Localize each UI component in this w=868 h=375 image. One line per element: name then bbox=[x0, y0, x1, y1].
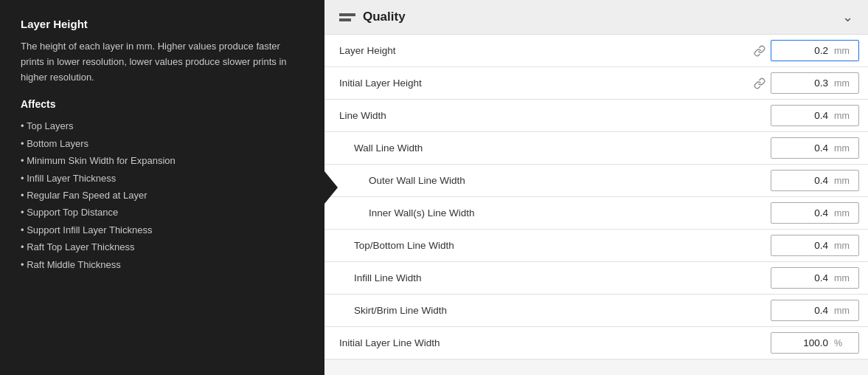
settings-row: Line Widthmm bbox=[324, 100, 868, 132]
settings-row: Initial Layer Heightmm bbox=[324, 67, 868, 100]
settings-unit: mm bbox=[834, 46, 855, 56]
quality-icon bbox=[339, 13, 355, 21]
quality-title: Quality bbox=[363, 10, 406, 24]
affects-item: Support Top Distance bbox=[21, 204, 304, 221]
settings-value-input[interactable] bbox=[771, 106, 834, 125]
settings-input-wrap: mm bbox=[771, 137, 859, 159]
settings-label: Top/Bottom Line Width bbox=[324, 234, 749, 257]
settings-value-input[interactable] bbox=[771, 300, 834, 320]
settings-input-wrap: mm bbox=[771, 170, 859, 191]
settings-input-wrap: mm bbox=[771, 267, 859, 289]
quality-header-left: Quality bbox=[339, 10, 406, 24]
settings-label: Line Width bbox=[324, 104, 749, 127]
settings-value-input[interactable] bbox=[771, 203, 834, 223]
affects-item: Infill Layer Thickness bbox=[21, 170, 304, 187]
settings-unit: mm bbox=[834, 306, 855, 316]
link-icon[interactable] bbox=[749, 78, 771, 89]
affects-list: Top LayersBottom LayersMinimum Skin Widt… bbox=[21, 117, 304, 273]
settings-value-input[interactable] bbox=[771, 41, 834, 61]
affects-item: Raft Middle Thickness bbox=[21, 256, 304, 273]
settings-value-input[interactable] bbox=[771, 138, 834, 158]
settings-row: Initial Layer Line Width% bbox=[324, 327, 868, 359]
tooltip-panel: Layer Height The height of each layer in… bbox=[0, 0, 324, 375]
settings-rows-container: Layer HeightmmInitial Layer HeightmmLine… bbox=[324, 35, 868, 359]
settings-label: Skirt/Brim Line Width bbox=[324, 299, 749, 322]
settings-input-wrap: mm bbox=[771, 105, 859, 126]
settings-input-wrap: mm bbox=[771, 235, 859, 256]
settings-row: Wall Line Widthmm bbox=[324, 132, 868, 165]
settings-value-input[interactable] bbox=[771, 73, 834, 93]
affects-item: Support Infill Layer Thickness bbox=[21, 221, 304, 238]
settings-unit: mm bbox=[834, 241, 855, 251]
settings-value-input[interactable] bbox=[771, 171, 834, 190]
settings-input-wrap: mm bbox=[771, 300, 859, 321]
settings-row: Outer Wall Line Widthmm bbox=[324, 165, 868, 197]
settings-row: Layer Heightmm bbox=[324, 35, 868, 67]
settings-label: Initial Layer Line Width bbox=[324, 331, 749, 354]
settings-input-wrap: % bbox=[771, 332, 859, 354]
settings-label: Wall Line Width bbox=[324, 137, 749, 159]
quality-header[interactable]: Quality ⌄ bbox=[324, 0, 868, 35]
settings-value-input[interactable] bbox=[771, 268, 834, 288]
affects-item: Bottom Layers bbox=[21, 135, 304, 152]
settings-label: Initial Layer Height bbox=[324, 72, 749, 94]
affects-item: Raft Top Layer Thickness bbox=[21, 238, 304, 255]
settings-unit: mm bbox=[834, 273, 855, 283]
settings-value-input[interactable] bbox=[771, 235, 834, 255]
affects-item: Top Layers bbox=[21, 117, 304, 134]
chevron-down-icon[interactable]: ⌄ bbox=[842, 9, 853, 25]
settings-label: Inner Wall(s) Line Width bbox=[324, 202, 749, 224]
settings-input-wrap: mm bbox=[771, 72, 859, 94]
settings-label: Outer Wall Line Width bbox=[324, 169, 749, 192]
settings-row: Infill Line Widthmm bbox=[324, 262, 868, 295]
settings-row: Top/Bottom Line Widthmm bbox=[324, 230, 868, 262]
affects-item: Minimum Skin Width for Expansion bbox=[21, 152, 304, 169]
affects-title: Affects bbox=[21, 98, 304, 110]
settings-panel: Quality ⌄ Layer HeightmmInitial Layer He… bbox=[324, 0, 868, 375]
affects-item: Regular Fan Speed at Layer bbox=[21, 187, 304, 204]
tooltip-title: Layer Height bbox=[21, 18, 304, 30]
link-icon[interactable] bbox=[749, 45, 771, 57]
settings-unit: mm bbox=[834, 143, 855, 154]
settings-input-wrap: mm bbox=[771, 202, 859, 224]
settings-input-wrap: mm bbox=[771, 40, 859, 61]
settings-unit: mm bbox=[834, 176, 855, 186]
settings-value-input[interactable] bbox=[771, 333, 834, 353]
settings-row: Skirt/Brim Line Widthmm bbox=[324, 295, 868, 327]
settings-label: Layer Height bbox=[324, 39, 749, 62]
settings-unit: mm bbox=[834, 78, 855, 89]
tooltip-description: The height of each layer in mm. Higher v… bbox=[21, 39, 304, 85]
settings-unit: % bbox=[834, 338, 848, 348]
settings-row: Inner Wall(s) Line Widthmm bbox=[324, 197, 868, 230]
settings-unit: mm bbox=[834, 208, 855, 219]
settings-label: Infill Line Width bbox=[324, 266, 749, 289]
settings-unit: mm bbox=[834, 111, 855, 121]
